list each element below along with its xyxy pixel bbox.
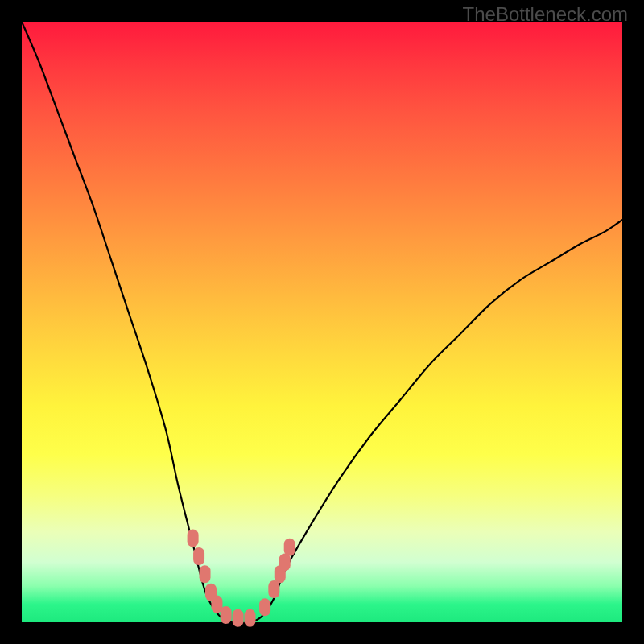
highlight-dot <box>279 553 291 571</box>
watermark-text: TheBottleneck.com <box>463 3 628 26</box>
highlight-markers <box>188 530 295 627</box>
highlight-dot <box>284 539 295 556</box>
highlight-dot <box>200 565 211 583</box>
curve-svg <box>22 22 622 622</box>
plot-area <box>22 22 622 622</box>
highlight-dot <box>233 609 244 627</box>
highlight-dot <box>268 580 279 598</box>
highlight-dot <box>221 606 232 624</box>
chart-frame: TheBottleneck.com <box>0 0 644 644</box>
highlight-dot <box>259 598 270 616</box>
highlight-dot <box>193 547 204 565</box>
bottleneck-curve <box>22 22 622 623</box>
highlight-dot <box>244 609 255 627</box>
highlight-dot <box>188 530 199 547</box>
